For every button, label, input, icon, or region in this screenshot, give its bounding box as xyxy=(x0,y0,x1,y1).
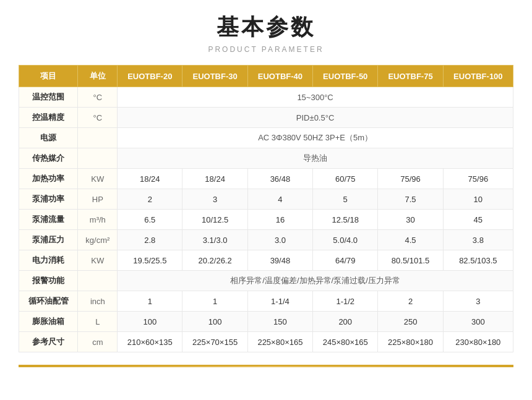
row-label-11: 膨胀油箱 xyxy=(19,312,78,332)
row-unit-1: °C xyxy=(78,108,118,128)
row-5-col-3: 5 xyxy=(313,189,378,210)
row-label-7: 泵浦压力 xyxy=(19,230,78,250)
header-col-4: EUOTBF-40 xyxy=(247,66,312,87)
table-row: 电源AC 3Φ380V 50HZ 3P+E（5m） xyxy=(19,128,513,148)
row-11-col-1: 100 xyxy=(182,312,247,332)
table-row: 泵浦压力kg/cm²2.83.1/3.03.05.0/4.04.53.8 xyxy=(19,230,513,250)
row-merged-9: 相序异常/温度偏差/加热异常/泵浦过载/压力异常 xyxy=(118,271,513,291)
row-label-3: 传热媒介 xyxy=(19,148,78,169)
row-10-col-3: 1-1/2 xyxy=(313,291,378,312)
table-row: 电力消耗KW19.5/25.520.2/26.239/4864/7980.5/1… xyxy=(19,250,513,271)
row-8-col-5: 82.5/103.5 xyxy=(443,250,513,271)
row-11-col-0: 100 xyxy=(118,312,182,332)
row-unit-3 xyxy=(78,148,118,169)
header-col-2: EUOTBF-20 xyxy=(118,66,182,87)
row-label-5: 泵浦功率 xyxy=(19,189,78,210)
row-6-col-2: 16 xyxy=(247,210,312,230)
row-unit-4: KW xyxy=(78,169,118,189)
header-col-6: EUOTBF-75 xyxy=(378,66,443,87)
row-5-col-1: 3 xyxy=(182,189,247,210)
row-8-col-4: 80.5/101.5 xyxy=(378,250,443,271)
row-4-col-4: 75/96 xyxy=(378,169,443,189)
row-10-col-5: 3 xyxy=(443,291,513,312)
row-6-col-1: 10/12.5 xyxy=(182,210,247,230)
row-4-col-3: 60/75 xyxy=(313,169,378,189)
row-8-col-2: 39/48 xyxy=(247,250,312,271)
row-merged-1: PID±0.5°C xyxy=(118,108,513,128)
row-11-col-5: 300 xyxy=(443,312,513,332)
row-6-col-3: 12.5/18 xyxy=(313,210,378,230)
row-4-col-1: 18/24 xyxy=(182,169,247,189)
row-label-1: 控温精度 xyxy=(19,108,78,128)
row-8-col-3: 64/79 xyxy=(313,250,378,271)
row-label-0: 温控范围 xyxy=(19,87,78,108)
table-row: 泵浦流量m³/h6.510/12.51612.5/183045 xyxy=(19,210,513,230)
row-7-col-2: 3.0 xyxy=(247,230,312,250)
row-label-8: 电力消耗 xyxy=(19,250,78,271)
row-unit-5: HP xyxy=(78,189,118,210)
row-7-col-4: 4.5 xyxy=(378,230,443,250)
page-title: 基本参数 xyxy=(19,12,513,43)
table-row: 报警功能相序异常/温度偏差/加热异常/泵浦过载/压力异常 xyxy=(19,271,513,291)
row-label-4: 加热功率 xyxy=(19,169,78,189)
table-row: 参考尺寸cm210×60×135225×70×155225×80×165245×… xyxy=(19,332,513,352)
row-6-col-0: 6.5 xyxy=(118,210,182,230)
row-unit-8: KW xyxy=(78,250,118,271)
table-row: 温控范围°C15~300°C xyxy=(19,87,513,108)
header-col-3: EUOTBF-30 xyxy=(182,66,247,87)
table-row: 控温精度°CPID±0.5°C xyxy=(19,108,513,128)
row-unit-2 xyxy=(78,128,118,148)
table-row: 传热媒介导热油 xyxy=(19,148,513,169)
row-5-col-4: 7.5 xyxy=(378,189,443,210)
row-8-col-0: 19.5/25.5 xyxy=(118,250,182,271)
page-subtitle: PRODUCT PARAMETER xyxy=(19,45,513,54)
row-11-col-3: 200 xyxy=(313,312,378,332)
row-merged-2: AC 3Φ380V 50HZ 3P+E（5m） xyxy=(118,128,513,148)
table-row: 加热功率KW18/2418/2436/4860/7575/9675/96 xyxy=(19,169,513,189)
row-merged-0: 15~300°C xyxy=(118,87,513,108)
row-10-col-4: 2 xyxy=(378,291,443,312)
row-6-col-5: 45 xyxy=(443,210,513,230)
row-12-col-4: 225×80×180 xyxy=(378,332,443,352)
row-12-col-1: 225×70×155 xyxy=(182,332,247,352)
header-col-1: 单位 xyxy=(78,66,118,87)
row-7-col-1: 3.1/3.0 xyxy=(182,230,247,250)
bottom-divider xyxy=(19,365,513,367)
table-row: 泵浦功率HP23457.510 xyxy=(19,189,513,210)
row-label-9: 报警功能 xyxy=(19,271,78,291)
row-merged-3: 导热油 xyxy=(118,148,513,169)
row-label-6: 泵浦流量 xyxy=(19,210,78,230)
row-10-col-0: 1 xyxy=(118,291,182,312)
row-unit-9 xyxy=(78,271,118,291)
row-11-col-2: 150 xyxy=(247,312,312,332)
table-header-row: 项目单位EUOTBF-20EUOTBF-30EUOTBF-40EUOTBF-50… xyxy=(19,66,513,87)
row-10-col-1: 1 xyxy=(182,291,247,312)
row-4-col-5: 75/96 xyxy=(443,169,513,189)
row-4-col-0: 18/24 xyxy=(118,169,182,189)
row-label-2: 电源 xyxy=(19,128,78,148)
row-unit-10: inch xyxy=(78,291,118,312)
row-12-col-2: 225×80×165 xyxy=(247,332,312,352)
row-label-10: 循环油配管 xyxy=(19,291,78,312)
row-5-col-2: 4 xyxy=(247,189,312,210)
row-unit-6: m³/h xyxy=(78,210,118,230)
row-10-col-2: 1-1/4 xyxy=(247,291,312,312)
row-5-col-0: 2 xyxy=(118,189,182,210)
row-unit-7: kg/cm² xyxy=(78,230,118,250)
row-12-col-3: 245×80×165 xyxy=(313,332,378,352)
row-6-col-4: 30 xyxy=(378,210,443,230)
row-unit-11: L xyxy=(78,312,118,332)
parameter-table: 项目单位EUOTBF-20EUOTBF-30EUOTBF-40EUOTBF-50… xyxy=(19,65,513,352)
row-12-col-0: 210×60×135 xyxy=(118,332,182,352)
table-row: 膨胀油箱L100100150200250300 xyxy=(19,312,513,332)
row-label-12: 参考尺寸 xyxy=(19,332,78,352)
row-11-col-4: 250 xyxy=(378,312,443,332)
header-col-0: 项目 xyxy=(19,66,78,87)
row-7-col-0: 2.8 xyxy=(118,230,182,250)
row-8-col-1: 20.2/26.2 xyxy=(182,250,247,271)
row-7-col-5: 3.8 xyxy=(443,230,513,250)
table-row: 循环油配管inch111-1/41-1/223 xyxy=(19,291,513,312)
header-col-5: EUOTBF-50 xyxy=(313,66,378,87)
row-unit-0: °C xyxy=(78,87,118,108)
row-4-col-2: 36/48 xyxy=(247,169,312,189)
